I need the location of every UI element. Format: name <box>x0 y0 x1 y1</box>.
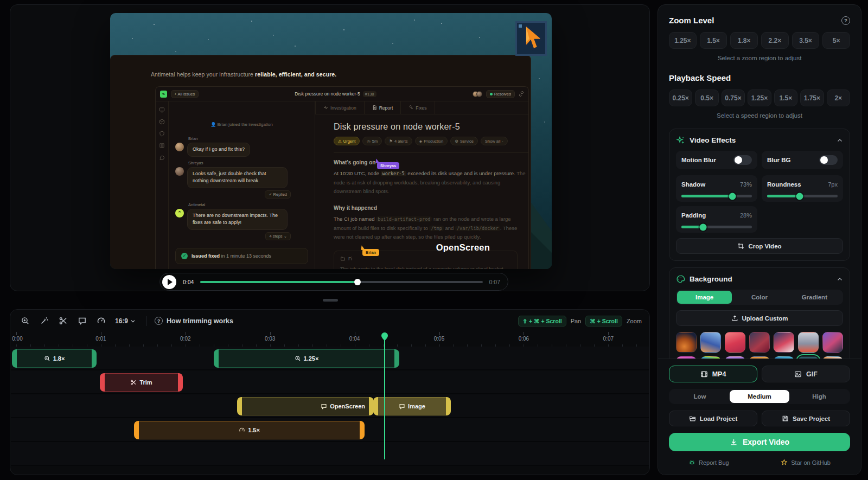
speed-option[interactable]: 0.5× <box>695 89 718 106</box>
quality-high[interactable]: High <box>789 390 849 403</box>
zoom-option[interactable]: 1.8× <box>730 32 758 49</box>
timeline-block-18[interactable]: 1.8× <box>12 349 97 368</box>
app-tab-investigation[interactable]: Investigation <box>315 101 365 114</box>
timeline-block-125[interactable]: 1.25× <box>214 349 399 368</box>
playhead-handle[interactable] <box>381 332 388 341</box>
check-icon: ✓ <box>181 253 188 259</box>
issue-card: ⌁ ‹ All issues Disk pressure on node wor… <box>155 86 529 269</box>
block-handle-left[interactable] <box>373 397 378 415</box>
issue-badge[interactable]: ⚙Service <box>450 137 478 145</box>
issue-badge[interactable]: ◷5m <box>362 137 382 145</box>
speed-option[interactable]: 1.25× <box>748 89 771 106</box>
speed-option[interactable]: 1.75× <box>800 89 824 106</box>
shadow-slider[interactable] <box>681 195 752 197</box>
background-thumbnail[interactable] <box>774 332 794 353</box>
speed-option[interactable]: 0.75× <box>722 89 745 106</box>
background-thumbnail[interactable] <box>749 332 770 353</box>
timeline-block-15[interactable]: 1.5× <box>134 421 365 439</box>
padding-slider[interactable] <box>681 226 752 228</box>
chat-icon[interactable] <box>159 155 165 161</box>
track-text[interactable]: OpenScreenImage <box>11 394 649 418</box>
zoom-option[interactable]: 1.25× <box>669 32 697 49</box>
timeline-block-openscreen[interactable]: OpenScreen <box>237 397 374 415</box>
issue-badge[interactable]: ⚠Urgent <box>334 137 360 145</box>
app-tab-fixes[interactable]: Fixes <box>401 101 435 114</box>
background-thumbnail[interactable] <box>700 332 721 353</box>
track-zoom[interactable]: 1.8×1.25× <box>11 347 649 370</box>
seek-progress <box>200 281 357 283</box>
book-icon[interactable] <box>159 143 165 149</box>
zoom-help-icon[interactable]: ? <box>841 16 850 25</box>
magic-wand-icon[interactable] <box>37 314 51 328</box>
monitor-icon[interactable] <box>159 107 165 113</box>
timeline-ruler[interactable]: 0:000:010:020:030:040:050:060:07 <box>10 332 649 347</box>
background-thumbnail[interactable] <box>822 332 843 353</box>
play-button[interactable] <box>162 275 176 289</box>
quality-medium[interactable]: Medium <box>730 390 789 403</box>
background-thumbnail[interactable] <box>798 332 819 353</box>
export-video-button[interactable]: Export Video <box>669 433 850 451</box>
block-handle-right[interactable] <box>446 397 451 415</box>
playhead[interactable] <box>384 340 385 459</box>
star-on-github-link[interactable]: Star on GitHub <box>781 459 831 466</box>
background-tab-color[interactable]: Color <box>732 291 787 304</box>
scissors-icon[interactable] <box>56 314 70 328</box>
issue-badge[interactable]: ◈Production <box>415 137 448 145</box>
aspect-ratio-select[interactable]: 16:9 <box>113 317 138 325</box>
speed-option[interactable]: 2× <box>827 89 850 106</box>
block-handle-right[interactable] <box>360 421 365 439</box>
track-speed[interactable]: 1.5× <box>11 418 649 442</box>
motion-blur-toggle[interactable] <box>733 155 752 165</box>
seek-bar[interactable] <box>200 281 482 283</box>
how-trimming-works-link[interactable]: ? How trimming works <box>155 317 233 325</box>
quality-low[interactable]: Low <box>670 390 730 403</box>
background-thumbnail[interactable] <box>725 332 745 353</box>
load-project-button[interactable]: Load Project <box>669 411 757 426</box>
background-tab-image[interactable]: Image <box>677 291 732 304</box>
block-handle-left[interactable] <box>100 373 105 392</box>
seek-thumb[interactable] <box>354 279 361 285</box>
zoom-option[interactable]: 2.2× <box>761 32 789 49</box>
video-frame[interactable]: Antimetal helps keep your infrastructure… <box>110 13 552 269</box>
upload-custom-button[interactable]: Upload Custom <box>676 310 843 326</box>
block-handle-left[interactable] <box>214 349 219 368</box>
zoom-option[interactable]: 1.5× <box>700 32 727 49</box>
speed-option[interactable]: 0.25× <box>669 89 692 106</box>
blur-bg-toggle[interactable] <box>819 155 838 165</box>
cube-icon[interactable] <box>159 119 165 125</box>
block-handle-left[interactable] <box>134 421 139 439</box>
issue-badge[interactable]: ⚑4 alerts <box>385 137 412 145</box>
block-handle-right[interactable] <box>394 349 399 368</box>
background-tab-gradient[interactable]: Gradient <box>787 291 842 304</box>
format-gif-button[interactable]: GIF <box>762 366 850 382</box>
chat-status-badge[interactable]: ✓ Replied <box>265 190 291 199</box>
speed-tool-icon[interactable] <box>94 314 108 328</box>
track-trim[interactable]: Trim <box>11 370 649 394</box>
shield-icon[interactable] <box>159 131 165 137</box>
chevron-up-icon[interactable] <box>837 137 843 144</box>
block-handle-left[interactable] <box>237 397 242 415</box>
panel-resize-handle[interactable] <box>323 299 338 302</box>
block-handle-left[interactable] <box>12 349 17 368</box>
crop-video-button[interactable]: Crop Video <box>676 238 843 254</box>
save-project-button[interactable]: Save Project <box>762 411 850 426</box>
block-handle-right[interactable] <box>92 349 97 368</box>
chevron-up-icon[interactable] <box>837 276 843 283</box>
all-issues-button[interactable]: ‹ All issues <box>171 90 199 98</box>
background-thumbnail[interactable] <box>676 332 697 353</box>
format-mp4-button[interactable]: MP4 <box>669 366 757 382</box>
report-bug-link[interactable]: Report Bug <box>688 459 729 466</box>
comment-tool-icon[interactable] <box>75 314 89 328</box>
zoom-option[interactable]: 5× <box>822 32 850 49</box>
roundness-slider[interactable] <box>767 195 838 197</box>
app-tab-report[interactable]: Report <box>365 101 401 114</box>
chat-status-badge[interactable]: 4 steps ⌄ <box>265 232 291 240</box>
timeline-block-trim[interactable]: Trim <box>100 373 183 392</box>
issue-badge[interactable]: Show all · <box>481 137 508 145</box>
zoom-option[interactable]: 3.5× <box>792 32 820 49</box>
zoom-in-tool-icon[interactable] <box>18 314 32 328</box>
link-icon[interactable] <box>519 91 524 97</box>
block-handle-right[interactable] <box>178 373 183 392</box>
speed-option[interactable]: 1.5× <box>774 89 797 106</box>
track-empty[interactable] <box>11 442 649 466</box>
